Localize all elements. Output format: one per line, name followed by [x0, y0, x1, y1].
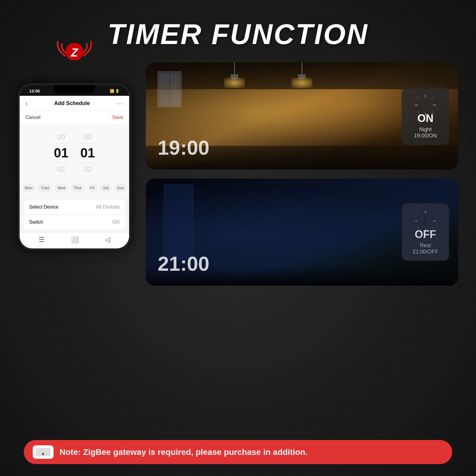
cancel-save-row: Cancel Save: [20, 111, 129, 124]
time-col2-bot: 02: [84, 165, 92, 173]
night-door: [164, 184, 193, 259]
save-button[interactable]: Save: [112, 115, 123, 120]
signal-waves-icon: Z: [51, 36, 98, 60]
select-device-value: All Devices: [96, 204, 120, 210]
kitchen-window: [158, 71, 181, 107]
time-col1-top: 00: [57, 133, 65, 141]
scene-night-time: 21:00: [158, 252, 209, 275]
svg-text:Z: Z: [71, 46, 78, 59]
scene-day-card: 19:00 ON N: [146, 62, 458, 170]
phone-frame: 13:06 📶 🔋 ‹ Add Schedule ··· Cancel: [18, 83, 131, 250]
switch-value: ON: [112, 220, 120, 225]
switch-row[interactable]: Switch ON: [24, 215, 125, 230]
onoff-day-label: Night: [410, 126, 441, 133]
onoff-day-schedule: 19:00/ON: [410, 133, 441, 139]
right-side: 19:00 ON N: [146, 62, 458, 286]
time-col1-bot: 02: [57, 165, 65, 173]
time-col-1: 00 01 02: [54, 133, 68, 173]
onoff-day-widget: ON Night 19:00/ON: [402, 87, 449, 145]
pendant-1: [224, 62, 245, 88]
time-col2-mid: 01: [80, 146, 95, 160]
note-text: Note: ZigBee gateway is required, please…: [60, 447, 308, 457]
left-side: Z 13:06 📶 🔋 ‹ Add: [18, 62, 131, 250]
day-thur[interactable]: Thur: [71, 184, 85, 192]
main-container: TIMER FUNCTION Z: [0, 0, 476, 476]
nav-menu-icon[interactable]: ☰: [39, 236, 45, 244]
app-header: ‹ Add Schedule ···: [20, 96, 129, 111]
nav-back-icon[interactable]: ◁: [105, 236, 110, 244]
phone-screen: ‹ Add Schedule ··· Cancel Save: [20, 96, 129, 248]
select-device-row[interactable]: Select Device All Devices: [24, 200, 125, 215]
day-fri[interactable]: Fri: [87, 184, 98, 192]
time-picker-area: 00 01 02 00 01: [20, 124, 129, 179]
phone-bottom-nav: ☰ ⬜ ◁: [20, 233, 129, 248]
nav-home-icon[interactable]: ⬜: [71, 236, 79, 244]
time-col2-top: 00: [84, 133, 92, 141]
svg-line-6: [417, 97, 419, 99]
settings-rows: Select Device All Devices Switch ON: [24, 200, 125, 230]
cancel-button[interactable]: Cancel: [26, 115, 40, 120]
app-header-title: Add Schedule: [28, 100, 117, 107]
scene-night-card: 21:00: [146, 178, 458, 286]
switch-label: Switch: [29, 220, 43, 225]
back-icon[interactable]: ‹: [26, 100, 28, 107]
scene-day-time: 19:00: [158, 136, 209, 159]
time-col1-mid: 01: [54, 146, 68, 160]
phone-icons: 📶 🔋: [110, 89, 120, 93]
content-area: Z 13:06 📶 🔋 ‹ Add: [18, 62, 458, 286]
phone-notch: 13:06 📶 🔋: [20, 85, 129, 96]
phone-time: 13:06: [29, 89, 40, 93]
time-col-2: 00 01 02: [80, 133, 95, 173]
time-columns: 00 01 02 00 01: [20, 130, 129, 176]
day-sat[interactable]: Sat: [100, 184, 112, 192]
day-sun[interactable]: Sun: [114, 184, 127, 192]
pendant-2: [292, 62, 312, 88]
page-title: TIMER FUNCTION: [107, 18, 368, 51]
more-icon[interactable]: ···: [116, 100, 123, 107]
day-wed[interactable]: Wed: [54, 184, 68, 192]
day-mon[interactable]: Mon: [22, 184, 35, 192]
note-bar: Note: ZigBee gateway is required, please…: [24, 440, 452, 464]
days-row: Mon Tues Wed Thur Fri Sat Sun: [20, 179, 129, 197]
onoff-night-widget: OFF Rest 21:00/OFF: [402, 203, 449, 261]
svg-line-7: [432, 97, 433, 99]
zigbee-gateway-icon: [33, 445, 54, 459]
select-device-label: Select Device: [29, 204, 58, 210]
day-tues[interactable]: Tues: [38, 184, 52, 192]
